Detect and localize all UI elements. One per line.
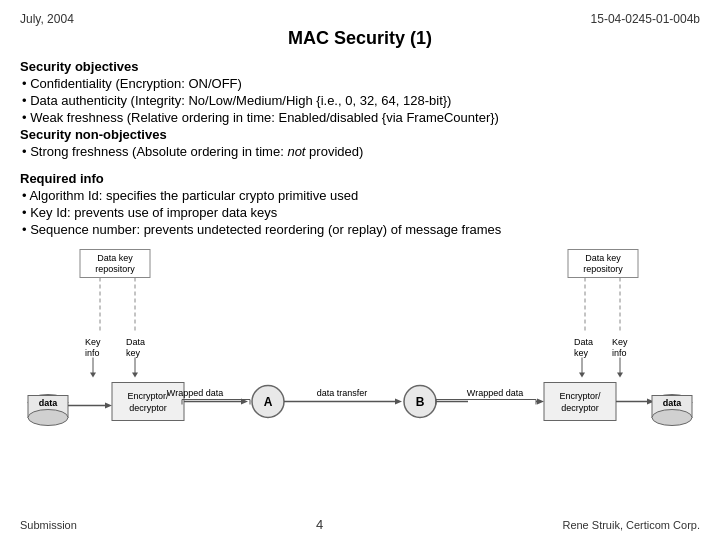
security-non-objectives-heading: Security non-objectives [20,127,700,142]
svg-text:Encryptor/: Encryptor/ [127,391,169,401]
required-info-heading: Required info [20,171,700,186]
svg-text:Encryptor/: Encryptor/ [559,391,601,401]
svg-text:Key: Key [612,337,628,347]
footer-center: 4 [316,517,323,532]
header-row: July, 2004 15-04-0245-01-004b [20,12,700,26]
diagram: Data key repository Data key repository … [20,245,700,445]
svg-text:Key: Key [85,337,101,347]
svg-marker-61 [579,373,585,378]
svg-text:data transfer: data transfer [317,388,368,398]
bullet-authenticity: • Data authenticity (Integrity: No/Low/M… [20,93,700,108]
svg-text:repository: repository [95,264,135,274]
bullet-key-id: • Key Id: prevents use of improper data … [20,205,700,220]
svg-point-18 [28,410,68,426]
slide-id: 15-04-0245-01-004b [591,12,700,26]
svg-text:key: key [574,348,589,358]
bullet-algorithm-id: • Algorithm Id: specifies the particular… [20,188,700,203]
svg-text:Wrapped data: Wrapped data [467,388,523,398]
svg-text:decryptor: decryptor [129,403,167,413]
svg-text:Data key: Data key [585,253,621,263]
svg-text:B: B [416,395,425,409]
footer-right: Rene Struik, Certicom Corp. [562,519,700,531]
security-objectives-heading: Security objectives [20,59,700,74]
bullet-confidentiality: • Confidentiality (Encryption: ON/OFF) [20,76,700,91]
svg-rect-45 [544,383,616,421]
svg-marker-63 [617,373,623,378]
svg-text:Data: Data [126,337,145,347]
svg-text:Data key: Data key [97,253,133,263]
footer-row: Submission 4 Rene Struik, Certicom Corp. [20,517,700,532]
footer-left: Submission [20,519,77,531]
svg-text:info: info [85,348,100,358]
svg-marker-13 [90,373,96,378]
svg-text:decryptor: decryptor [561,403,599,413]
svg-text:repository: repository [583,264,623,274]
bullet-sequence-number: • Sequence number: prevents undetected r… [20,222,700,237]
svg-text:Wrapped data: Wrapped data [167,388,223,398]
svg-marker-44 [537,399,544,405]
svg-text:info: info [612,348,627,358]
svg-marker-15 [132,373,138,378]
svg-text:key: key [126,348,141,358]
svg-marker-34 [395,399,402,405]
bullet-strong-freshness: • Strong freshness (Absolute ordering in… [20,144,700,159]
bullet-weak-freshness: • Weak freshness (Relative ordering in t… [20,110,700,125]
svg-text:data: data [39,398,59,408]
svg-point-52 [652,410,692,426]
svg-marker-21 [105,403,112,409]
diagram-svg: Data key repository Data key repository … [20,245,700,445]
slide-title: MAC Security (1) [20,28,700,49]
svg-text:A: A [264,395,273,409]
date-label: July, 2004 [20,12,74,26]
svg-text:Data: Data [574,337,593,347]
svg-text:data: data [663,398,683,408]
slide: July, 2004 15-04-0245-01-004b MAC Securi… [0,0,720,540]
